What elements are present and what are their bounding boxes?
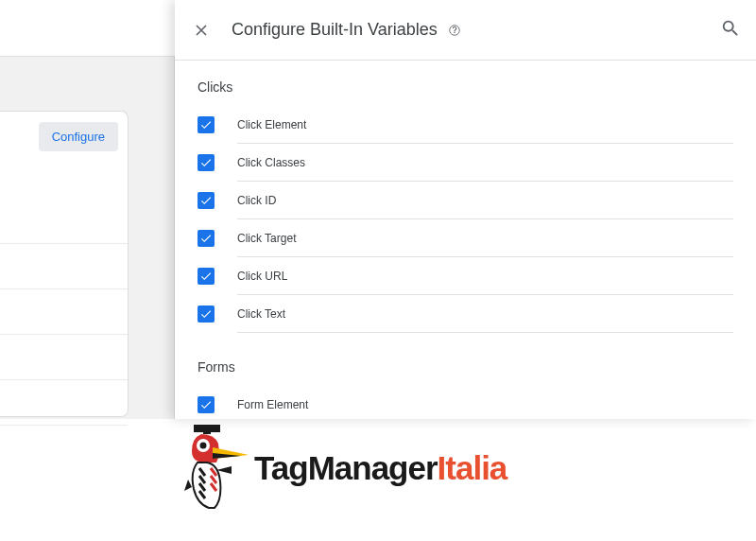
variable-label: Click ID [237,194,276,207]
help-icon[interactable] [447,23,462,38]
background-topbar [0,0,175,57]
variable-row: Click Element [198,106,733,144]
section-title: Forms [198,359,733,375]
svg-rect-2 [203,430,211,434]
section-title: Clicks [198,79,733,95]
section-forms: Forms Form Element [198,359,733,419]
background-row [0,289,128,335]
checkbox[interactable] [198,305,215,323]
logo-text: TagManagerItalia [254,449,507,487]
variable-label: Click Text [237,307,285,321]
configure-button[interactable]: Configure [39,122,118,151]
checkbox[interactable] [198,116,215,133]
panel-title: Configure Built-In Variables [232,20,438,40]
slide-panel: Configure Built-In Variables Clicks Clic… [175,0,756,419]
search-icon[interactable] [720,18,741,43]
woodpecker-icon [184,425,252,512]
variable-label: Click URL [237,270,287,283]
panel-header: Configure Built-In Variables [175,0,756,61]
background-overlay: Configure [0,0,175,419]
variable-row: Click Classes [198,144,733,182]
background-row [0,199,128,244]
checkbox[interactable] [198,230,215,247]
checkbox[interactable] [198,268,215,285]
background-row [0,244,128,289]
close-icon[interactable] [190,19,213,42]
background-panel: Configure [0,111,129,417]
background-row [0,335,128,380]
checkbox[interactable] [198,192,215,209]
checkbox[interactable] [198,396,215,413]
logo-text-1: TagManager [254,449,438,486]
svg-point-4 [200,443,207,449]
logo-text-2: Italia [438,449,507,486]
section-clicks: Clicks Click Element Click Classes Click… [198,79,733,333]
variable-row: Click ID [198,182,733,219]
variable-label: Form Element [237,398,308,411]
variable-label: Click Element [237,118,306,131]
variable-row: Click Target [198,219,733,257]
variable-label: Click Target [237,232,296,245]
background-row [0,380,128,426]
variable-label: Click Classes [237,156,305,169]
variable-row: Click URL [198,257,733,295]
variable-row: Form Element [198,386,733,419]
variable-row: Click Text [198,295,733,333]
panel-body: Clicks Click Element Click Classes Click… [175,61,756,419]
logo: TagManagerItalia [184,425,507,512]
checkbox[interactable] [198,154,215,171]
